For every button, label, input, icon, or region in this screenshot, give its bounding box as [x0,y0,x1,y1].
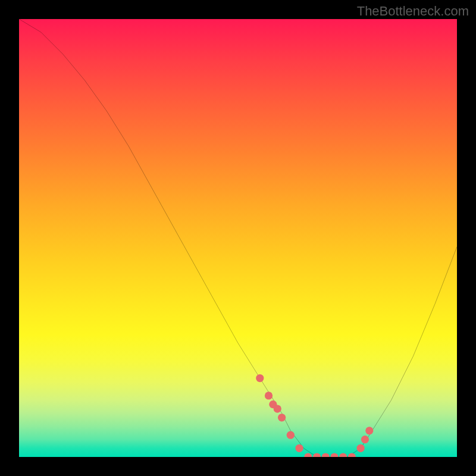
marker-dot [330,453,338,457]
marker-dot [304,453,312,457]
marker-dot [287,431,295,439]
bottleneck-curve-path [19,19,457,457]
marker-dot [278,414,286,421]
marker-dot [361,436,369,443]
marker-dot [265,392,273,399]
curve-svg [19,19,457,457]
marker-dot [348,453,356,457]
marker-dot [313,453,321,457]
marker-dot [356,444,364,452]
chart-container: TheBottleneck.com [0,0,476,476]
marker-group [256,374,373,457]
marker-dot [295,444,303,452]
marker-dot [322,453,330,457]
watermark-text: TheBottleneck.com [357,4,469,19]
plot-area [19,19,457,457]
marker-dot [339,453,347,457]
marker-dot [274,405,281,412]
marker-dot [365,427,373,434]
marker-dot [256,374,264,382]
